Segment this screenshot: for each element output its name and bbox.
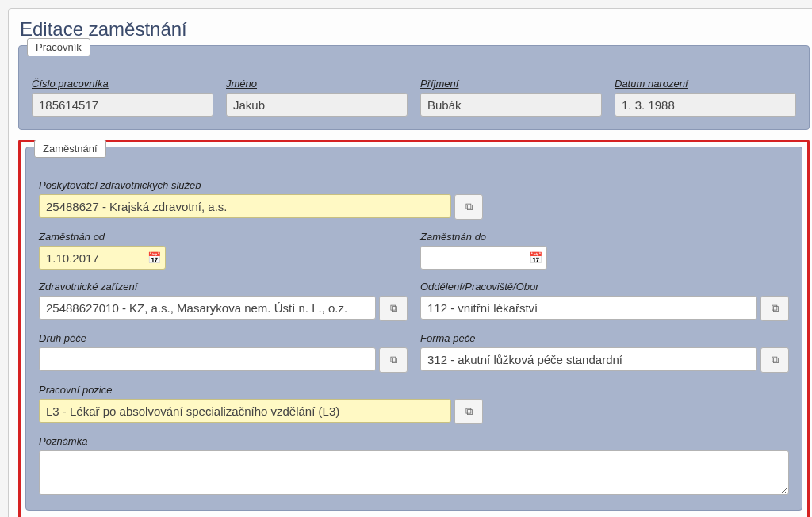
calendar-icon[interactable]: 📅 <box>529 251 542 264</box>
highlight-box: Zaměstnání Poskytovatel zdravotnických s… <box>18 140 810 517</box>
zamestnani-fieldset: Zaměstnání Poskytovatel zdravotnických s… <box>25 147 802 511</box>
poskytovatel-input[interactable] <box>39 194 451 218</box>
pozice-lookup-button[interactable]: ⧉ <box>454 399 483 424</box>
zamestnan-od-label: Zaměstnán od <box>39 231 408 243</box>
narozeni-label: Datum narození <box>615 78 796 90</box>
forma-label: Forma péče <box>420 332 789 344</box>
calendar-icon[interactable]: 📅 <box>147 251 161 264</box>
oddeleni-input[interactable] <box>420 296 757 320</box>
oddeleni-lookup-button[interactable]: ⧉ <box>760 296 789 321</box>
poznamka-label: Poznámka <box>39 435 789 447</box>
jmeno-label: Jméno <box>226 78 408 90</box>
zarizeni-label: Zdravotnické zařízení <box>39 281 408 293</box>
zamestnan-od-input[interactable] <box>39 246 166 270</box>
popup-icon: ⧉ <box>390 302 397 315</box>
cislo-label: Číslo pracovníka <box>32 78 213 90</box>
prijmeni-label: Příjmení <box>420 78 602 90</box>
poskytovatel-label: Poskytovatel zdravotnických služeb <box>39 179 789 191</box>
zamestnan-do-label: Zaměstnán do <box>420 231 789 243</box>
druh-label: Druh péče <box>39 332 408 344</box>
popup-icon: ⧉ <box>465 405 473 418</box>
popup-icon: ⧉ <box>465 201 473 213</box>
jmeno: Jakub <box>226 93 408 117</box>
druh-input[interactable] <box>39 347 376 371</box>
poskytovatel-lookup-button[interactable]: ⧉ <box>454 194 483 220</box>
zarizeni-input[interactable] <box>39 296 376 320</box>
popup-icon: ⧉ <box>390 354 397 366</box>
datum-narozeni: 1. 3. 1988 <box>615 93 796 117</box>
druh-lookup-button[interactable]: ⧉ <box>379 347 408 373</box>
popup-icon: ⧉ <box>772 354 779 366</box>
zamestnani-legend: Zaměstnání <box>34 140 106 158</box>
popup-icon: ⧉ <box>772 302 779 315</box>
forma-input[interactable] <box>420 347 757 371</box>
pozice-input[interactable] <box>39 399 451 423</box>
forma-lookup-button[interactable]: ⧉ <box>760 347 789 373</box>
zamestnan-do-input[interactable] <box>420 246 547 270</box>
poznamka-textarea[interactable] <box>39 450 789 495</box>
pozice-label: Pracovní pozice <box>39 384 789 396</box>
pracovnik-fieldset: Pracovník Číslo pracovníka 185614517 Jmé… <box>18 45 810 130</box>
pracovnik-legend: Pracovník <box>27 38 90 56</box>
prijmeni: Bubák <box>420 93 602 117</box>
page-title: Editace zaměstnání <box>20 18 810 40</box>
zarizeni-lookup-button[interactable]: ⧉ <box>379 296 408 321</box>
cislo-pracovnika: 185614517 <box>32 93 213 117</box>
oddeleni-label: Oddělení/Pracoviště/Obor <box>420 281 789 293</box>
